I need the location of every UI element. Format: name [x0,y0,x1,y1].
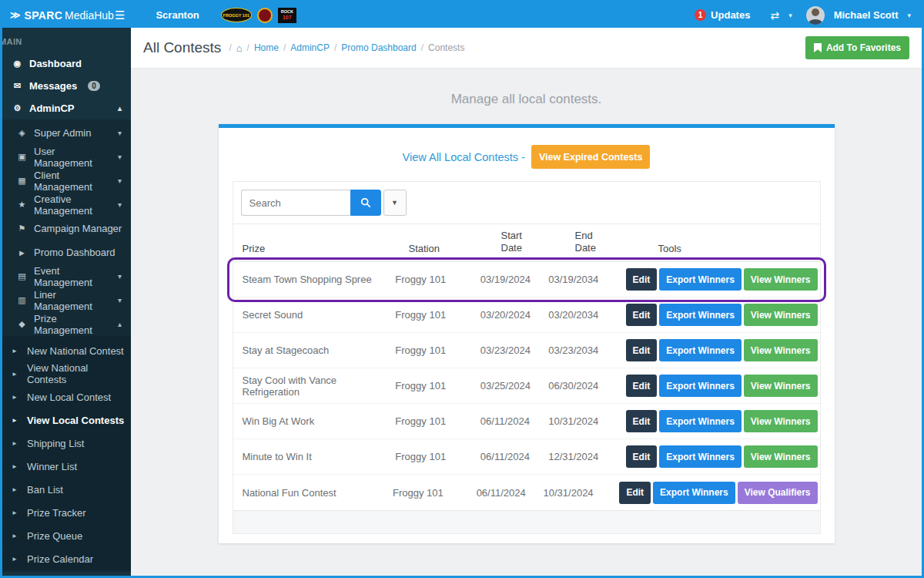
edit-button[interactable]: Edit [626,410,658,432]
breadcrumb-promo-dashboard[interactable]: Promo Dashboard [341,42,416,53]
chevron-up-icon: ▴ [118,104,123,113]
edit-button[interactable]: Edit [619,482,651,504]
station-logo-rock[interactable]: ROCK 107 [278,8,296,23]
arrow-right-icon: ► [12,463,21,470]
chevron-up-icon: ▴ [118,320,123,328]
shuffle-icon[interactable]: ⇄ [770,9,779,22]
export-winners-button[interactable]: Export Winners [659,375,742,397]
add-to-favorites-button[interactable]: Add To Favorites [805,36,909,59]
arrow-right-icon: ► [12,486,21,493]
export-winners-button[interactable]: Export Winners [659,445,742,468]
add-to-favorites-label: Add To Favorites [826,42,901,53]
view-expired-contests-button[interactable]: View Expired Contests [531,145,651,169]
breadcrumb-home[interactable]: Home [254,42,279,53]
search-button[interactable] [350,190,381,216]
arrow-right-icon: ► [12,556,21,563]
edit-button[interactable]: Edit [626,339,658,361]
view-winners-button[interactable]: View Winners [744,339,818,361]
table-footer [233,510,820,533]
sidebar-item-prize-queue[interactable]: ► Prize Queue [2,524,131,547]
search-options-dropdown[interactable]: ▼ [383,190,407,216]
home-icon[interactable]: ⌂ [236,42,243,54]
avatar[interactable] [806,6,825,25]
arrow-right-icon: ► [12,348,21,355]
sidebar-item-event-management[interactable]: ▤ Event Management ▾ [2,264,131,288]
sidebar-item-liner-management[interactable]: ▥ Liner Management ▾ [2,288,131,312]
page-title: All Contests [143,39,221,56]
export-winners-button[interactable]: Export Winners [659,304,742,326]
sidebar-item-new-local-contest[interactable]: ► New Local Contest [2,385,131,408]
market-link[interactable]: Scranton [156,9,199,21]
prize-cell: Secret Sound [233,309,396,321]
breadcrumb-separator: / [283,42,286,53]
chevron-down-icon: ▾ [118,296,123,304]
prize-management-submenu: ► New National Contest ► View National C… [2,336,131,570]
col-end-date: End Date [575,230,649,255]
chevron-down-icon[interactable]: ▾ [788,12,792,19]
user-menu[interactable]: Michael Scott [834,9,899,21]
edit-button[interactable]: Edit [626,268,658,291]
view-all-local-contests-link[interactable]: View All Local Contests - [403,151,525,163]
chevron-down-icon[interactable]: ▾ [907,12,911,19]
sidebar-item-shipping-list[interactable]: ► Shipping List [2,432,131,455]
sidebar-item-campaign-manager[interactable]: ⚑ Campaign Manager [2,217,131,240]
main-content: All Contests / ⌂ / Home / AdminCP / Prom… [131,28,922,576]
edit-button[interactable]: Edit [626,304,658,326]
view-qualifiers-button[interactable]: View Qualifiers [738,482,818,504]
arrow-right-icon: ► [12,440,21,447]
sidebar-item-prize-management[interactable]: ◆ Prize Management ▴ [2,312,131,336]
sidebar-item-prize-tracker[interactable]: ► Prize Tracker [2,501,131,524]
sidebar-item-admincp[interactable]: ⚙ AdminCP ▴ [2,97,131,119]
sidebar-item-ban-list[interactable]: ► Ban List [2,478,131,501]
view-winners-button[interactable]: View Winners [744,304,818,326]
brand-logo[interactable]: ≫ SPARC MediaHub [2,9,104,22]
end-date-cell: 03/20/2034 [548,309,616,321]
breadcrumb-admincp[interactable]: AdminCP [290,42,330,53]
station-cell: Froggy 101 [393,487,477,499]
sidebar-item-promo-dashboard[interactable]: ► Promo Dashboard [2,240,131,264]
breadcrumb-separator: / [247,42,249,53]
station-logo-froggy[interactable]: FROGGY 101 [221,8,252,22]
sidebar: MAIN ◉ Dashboard ✉ Messages 0 ⚙ AdminCP … [2,28,131,576]
view-winners-button[interactable]: View Winners [744,445,818,468]
table-row: Secret Sound Froggy 101 03/20/2024 03/20… [233,297,820,333]
sidebar-item-label: Super Admin [34,127,91,139]
breadcrumb-separator: / [229,42,231,53]
hamburger-menu-icon[interactable]: ☰ [104,8,136,22]
edit-button[interactable]: Edit [626,445,658,468]
sidebar-item-dashboard[interactable]: ◉ Dashboard [2,52,131,75]
search-input[interactable] [241,190,350,216]
sidebar-item-user-management[interactable]: ▣ User Management ▾ [2,145,131,169]
station-logo-2[interactable] [257,8,273,23]
view-winners-button[interactable]: View Winners [744,268,818,291]
station-cell: Froggy 101 [395,451,480,462]
gift-icon: ◆ [16,319,28,329]
sidebar-item-super-admin[interactable]: ◈ Super Admin ▾ [2,121,131,145]
sidebar-item-view-national-contests[interactable]: ► View National Contests [2,362,131,385]
brand-icon: ≫ [10,9,21,21]
start-date-cell: 03/20/2024 [480,309,548,321]
sidebar-item-view-local-contests[interactable]: ► View Local Contests [2,408,131,432]
export-winners-button[interactable]: Export Winners [659,268,742,291]
view-winners-button[interactable]: View Winners [744,375,818,397]
sidebar-item-new-national-contest[interactable]: ► New National Contest [2,339,131,362]
sidebar-item-label: Client Management [34,170,112,193]
start-date-cell: 03/19/2024 [480,274,548,285]
sidebar-item-prize-calendar[interactable]: ► Prize Calendar [2,547,131,570]
export-winners-button[interactable]: Export Winners [653,482,735,504]
export-winners-button[interactable]: Export Winners [659,410,742,432]
view-winners-button[interactable]: View Winners [744,410,818,432]
sidebar-item-creative-management[interactable]: ★ Creative Management ▾ [2,193,131,217]
tools-cell: Edit Export Winners View Winners [617,268,820,291]
start-date-cell: 06/11/2024 [477,487,544,499]
edit-button[interactable]: Edit [626,375,658,397]
end-date-cell: 10/31/2024 [548,415,616,427]
sidebar-item-client-management[interactable]: ▦ Client Management ▾ [2,169,131,193]
sidebar-item-winner-list[interactable]: ► Winner List [2,455,131,478]
sidebar-item-messages[interactable]: ✉ Messages 0 [2,75,131,97]
sidebar-item-label: Prize Queue [27,530,82,542]
briefcase-icon: ▦ [16,176,28,186]
export-winners-button[interactable]: Export Winners [659,339,742,361]
prize-cell: Minute to Win It [233,451,396,462]
updates-menu[interactable]: 1 Updates [695,9,750,21]
